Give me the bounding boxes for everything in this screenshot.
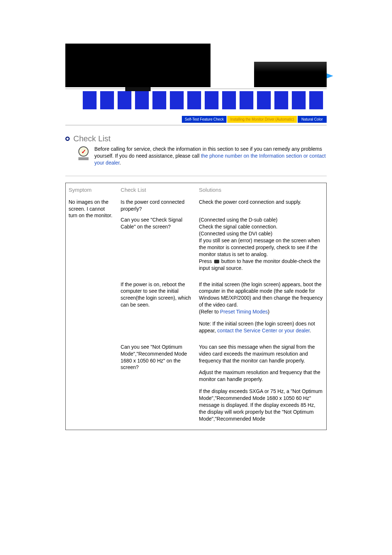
th-symptom: Symptom xyxy=(66,183,118,197)
check-cell: Is the power cord connected properly? xyxy=(118,197,196,215)
hero-images xyxy=(65,44,327,87)
tab-self-test[interactable]: Self-Test Feature Check xyxy=(182,116,226,123)
solution-line: Check the signal cable connection. xyxy=(199,224,277,230)
th-check: Check List xyxy=(118,183,196,197)
solution-cell: If the initial screen (the login screen)… xyxy=(196,279,327,341)
solution-line: (Connected using the DVI cable) xyxy=(199,231,272,236)
solution-text: Check the power cord connection and supp… xyxy=(199,199,323,206)
tab-install-driver[interactable]: Installing the Monitor Driver (Automatic… xyxy=(227,116,297,123)
note-link[interactable]: contact the Service Center or your deale… xyxy=(217,328,310,333)
solution-line: If you still see an (error) message on t… xyxy=(199,238,320,257)
symptom-cell: No images on the screen. I cannot turn o… xyxy=(66,197,118,430)
check-cell: If the power is on, reboot the computer … xyxy=(118,279,196,341)
check-ok-icon: ✓ xyxy=(78,146,89,160)
tab-natural-color[interactable]: Natural Color xyxy=(298,116,327,123)
solution-line: (Connected using the D-sub cable) xyxy=(199,217,277,223)
solution-text: Adjust the maximum resolution and freque… xyxy=(199,369,323,383)
monitor-rear-image xyxy=(254,62,327,87)
monitor-front-image xyxy=(65,44,211,87)
check-cell: Can you see "Check Signal Cable" on the … xyxy=(118,214,196,279)
banner-stripes xyxy=(65,89,327,109)
th-solutions: Solutions xyxy=(196,183,327,197)
section-tabs: Self-Test Feature Check Installing the M… xyxy=(65,116,327,123)
refer-link[interactable]: Preset Timing Modes xyxy=(220,309,268,315)
check-cell: Can you see "Not Optimum Mode","Recommen… xyxy=(118,341,196,430)
solution-line: Press xyxy=(199,258,213,264)
section-bullet-icon xyxy=(65,137,70,141)
solution-text: If the display exceeds SXGA or 75 Hz, a … xyxy=(199,388,323,422)
source-button-icon xyxy=(214,260,219,263)
troubleshoot-table: Symptom Check List Solutions No images o… xyxy=(65,183,327,430)
intro-paragraph: Before calling for service, check the in… xyxy=(94,146,327,166)
solution-cell: Check the power cord connection and supp… xyxy=(196,197,327,215)
section-title: Check List xyxy=(73,134,111,143)
solution-line: If the initial screen (the login screen)… xyxy=(199,281,323,308)
solution-cell: (Connected using the D-sub cable) Check … xyxy=(196,214,327,279)
solution-text: You can see this message when the signal… xyxy=(199,344,323,364)
solution-cell: You can see this message when the signal… xyxy=(196,341,327,430)
refer-prefix: (Refer to xyxy=(199,309,220,315)
